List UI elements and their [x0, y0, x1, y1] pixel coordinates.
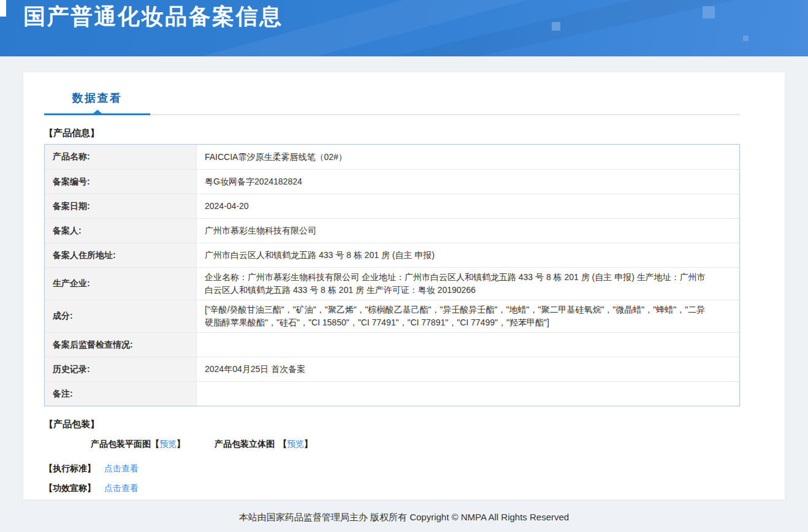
- preview-link[interactable]: 预览: [159, 439, 177, 449]
- table-row: 备案人住所地址:广州市白云区人和镇鹤龙五路 433 号 8 栋 201 房 (自…: [45, 243, 739, 267]
- table-row: 备案编号:粤G妆网备字2024182824: [45, 169, 739, 194]
- bracket: 【: [278, 439, 287, 449]
- field-value: [197, 382, 739, 406]
- section-title-packaging: 【产品包装】: [44, 419, 764, 430]
- banner-decoration-square: [552, 22, 560, 31]
- bracket: 【: [151, 439, 159, 449]
- preview-link[interactable]: 预览: [287, 439, 304, 449]
- exec-standard-label: 【执行标准】: [44, 463, 96, 473]
- section-title-product-info: 【产品信息】: [44, 127, 764, 139]
- content-card: 数据查看 【产品信息】 产品名称:FAICCIA霏汐原生柔雾唇线笔（02#）备案…: [23, 72, 785, 500]
- table-row: 备案人:广州市慕彩生物科技有限公司: [45, 218, 739, 243]
- field-value: ["辛酸/癸酸甘油三酯"，"矿油"，"聚乙烯"，"棕榈酸乙基己酯"，"异壬酸异壬…: [197, 300, 739, 332]
- field-label: 产品名称:: [45, 145, 197, 169]
- field-value: [197, 333, 739, 357]
- tab-bar: 数据查看: [44, 72, 740, 115]
- field-label: 备案后监督检查情况:: [45, 333, 197, 357]
- field-label: 备案人住所地址:: [45, 243, 197, 267]
- product-info-table: 产品名称:FAICCIA霏汐原生柔雾唇线笔（02#）备案编号:粤G妆网备字202…: [44, 144, 740, 406]
- field-label: 备案编号:: [45, 170, 197, 194]
- exec-standard-view-link[interactable]: 点击查看: [104, 463, 139, 473]
- field-label: 备案日期:: [45, 194, 197, 218]
- bracket: 】: [304, 439, 313, 449]
- exec-standard-row: 【执行标准】点击查看: [44, 463, 764, 474]
- field-value: FAICCIA霏汐原生柔雾唇线笔（02#）: [197, 145, 739, 169]
- packaging-item-label: 产品包装平面图: [91, 439, 151, 449]
- field-value: 2024年04月25日 首次备案: [197, 357, 739, 381]
- table-row: 产品名称:FAICCIA霏汐原生柔雾唇线笔（02#）: [45, 145, 739, 169]
- table-row: 历史记录:2024年04月25日 首次备案: [45, 357, 739, 381]
- field-label: 生产企业:: [45, 268, 197, 300]
- table-row: 备案后监督检查情况:: [45, 332, 739, 357]
- page: 国产普通化妆品备案信息 数据查看 【产品信息】 产品名称:FAICCIA霏汐原生…: [0, 0, 808, 532]
- table-row: 生产企业:企业名称：广州市慕彩生物科技有限公司 企业地址：广州市白云区人和镇鹤龙…: [45, 267, 739, 300]
- efficacy-claim-row: 【功效宣称】点击查看: [44, 483, 764, 494]
- field-label: 历史记录:: [45, 357, 197, 381]
- efficacy-claim-label: 【功效宣称】: [44, 483, 96, 493]
- field-value: 企业名称：广州市慕彩生物科技有限公司 企业地址：广州市白云区人和镇鹤龙五路 43…: [197, 268, 739, 300]
- packaging-item-label: 产品包装立体图: [215, 439, 275, 449]
- page-title: 国产普通化妆品备案信息: [23, 2, 283, 32]
- page-footer: 本站由国家药品监督管理局主办 版权所有 Copyright © NMPA All…: [0, 503, 808, 532]
- banner-decoration-square: [743, 36, 749, 41]
- packaging-item: 产品包装平面图【预览】: [91, 439, 185, 450]
- field-label: 成分:: [45, 300, 197, 332]
- field-label: 备注:: [45, 382, 197, 406]
- bracket: 】: [177, 439, 185, 449]
- field-value: 2024-04-20: [197, 194, 739, 218]
- packaging-item: 产品包装立体图【预览】: [215, 439, 313, 450]
- page-banner: 国产普通化妆品备案信息: [0, 0, 808, 56]
- field-value: 广州市慕彩生物科技有限公司: [197, 219, 739, 243]
- table-row: 成分:["辛酸/癸酸甘油三酯"，"矿油"，"聚乙烯"，"棕榈酸乙基己酯"，"异壬…: [45, 300, 739, 332]
- field-label: 备案人:: [45, 219, 197, 243]
- banner-decoration-square: [703, 6, 715, 18]
- packaging-row: 产品包装平面图【预览】产品包装立体图【预览】: [91, 439, 764, 450]
- table-row: 备案日期:2024-04-20: [45, 194, 739, 218]
- copyright-text: 本站由国家药品监督管理局主办 版权所有 Copyright © NMPA All…: [239, 512, 569, 523]
- top-left-notch: [0, 0, 6, 17]
- tab-data-view[interactable]: 数据查看: [44, 91, 150, 115]
- tab-data-view-label: 数据查看: [72, 92, 123, 104]
- field-value: 粤G妆网备字2024182824: [197, 170, 739, 194]
- field-value: 广州市白云区人和镇鹤龙五路 433 号 8 栋 201 房 (自主 申报): [197, 243, 739, 267]
- table-row: 备注:: [45, 381, 739, 406]
- efficacy-claim-view-link[interactable]: 点击查看: [104, 483, 139, 493]
